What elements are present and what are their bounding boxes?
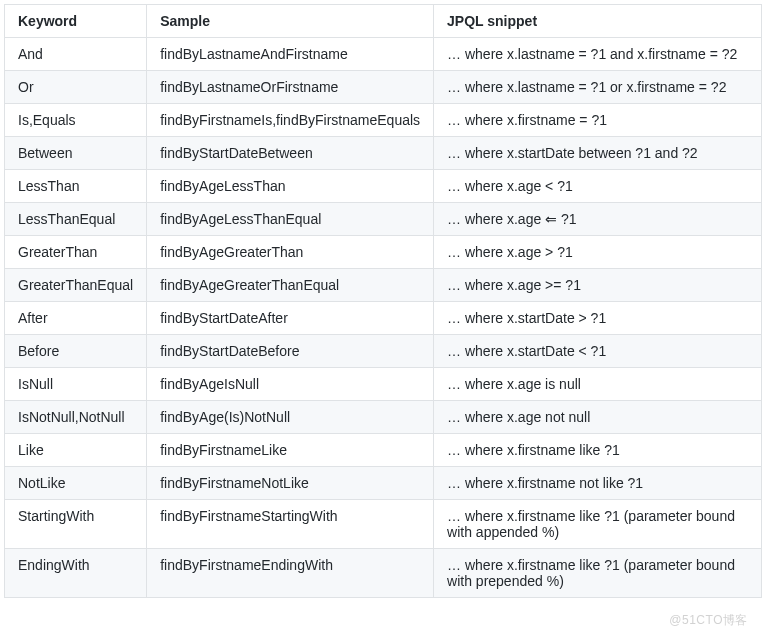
cell-sample: findByStartDateBefore [147,335,434,368]
cell-jpql: … where x.startDate < ?1 [434,335,762,368]
cell-keyword: GreaterThan [5,236,147,269]
table-header-row: Keyword Sample JPQL snippet [5,5,762,38]
header-keyword: Keyword [5,5,147,38]
table-row: GreaterThanEqual findByAgeGreaterThanEqu… [5,269,762,302]
cell-keyword: Or [5,71,147,104]
cell-jpql: … where x.lastname = ?1 or x.firstname =… [434,71,762,104]
cell-keyword: NotLike [5,467,147,500]
cell-jpql: … where x.firstname like ?1 [434,434,762,467]
cell-keyword: LessThanEqual [5,203,147,236]
cell-jpql: … where x.firstname like ?1 (parameter b… [434,500,762,549]
cell-keyword: IsNotNull,NotNull [5,401,147,434]
cell-sample: findByFirstnameNotLike [147,467,434,500]
cell-sample: findByLastnameOrFirstname [147,71,434,104]
cell-sample: findByFirstnameEndingWith [147,549,434,598]
cell-sample: findByStartDateBetween [147,137,434,170]
cell-jpql: … where x.age not null [434,401,762,434]
table-row: LessThan findByAgeLessThan … where x.age… [5,170,762,203]
cell-keyword: StartingWith [5,500,147,549]
table-row: Between findByStartDateBetween … where x… [5,137,762,170]
cell-keyword: Like [5,434,147,467]
table-row: And findByLastnameAndFirstname … where x… [5,38,762,71]
cell-jpql: … where x.firstname = ?1 [434,104,762,137]
table-row: Like findByFirstnameLike … where x.first… [5,434,762,467]
cell-keyword: EndingWith [5,549,147,598]
table-row: EndingWith findByFirstnameEndingWith … w… [5,549,762,598]
cell-keyword: IsNull [5,368,147,401]
cell-sample: findByFirstnameStartingWith [147,500,434,549]
header-sample: Sample [147,5,434,38]
cell-sample: findByStartDateAfter [147,302,434,335]
cell-keyword: GreaterThanEqual [5,269,147,302]
table-row: StartingWith findByFirstnameStartingWith… [5,500,762,549]
table-row: Is,Equals findByFirstnameIs,findByFirstn… [5,104,762,137]
cell-sample: findByAgeIsNull [147,368,434,401]
cell-sample: findByAge(Is)NotNull [147,401,434,434]
cell-keyword: After [5,302,147,335]
cell-jpql: … where x.age is null [434,368,762,401]
cell-sample: findByFirstnameLike [147,434,434,467]
cell-sample: findByAgeLessThan [147,170,434,203]
table-row: GreaterThan findByAgeGreaterThan … where… [5,236,762,269]
cell-jpql: … where x.firstname not like ?1 [434,467,762,500]
cell-jpql: … where x.age > ?1 [434,236,762,269]
cell-jpql: … where x.firstname like ?1 (parameter b… [434,549,762,598]
cell-keyword: Before [5,335,147,368]
table-row: IsNull findByAgeIsNull … where x.age is … [5,368,762,401]
jpql-keywords-table: Keyword Sample JPQL snippet And findByLa… [4,4,762,598]
cell-keyword: Between [5,137,147,170]
cell-sample: findByAgeGreaterThan [147,236,434,269]
cell-sample: findByLastnameAndFirstname [147,38,434,71]
cell-sample: findByAgeLessThanEqual [147,203,434,236]
table-row: Before findByStartDateBefore … where x.s… [5,335,762,368]
cell-keyword: LessThan [5,170,147,203]
header-jpql: JPQL snippet [434,5,762,38]
table-row: Or findByLastnameOrFirstname … where x.l… [5,71,762,104]
cell-jpql: … where x.age < ?1 [434,170,762,203]
cell-jpql: … where x.age ⇐ ?1 [434,203,762,236]
table-row: After findByStartDateAfter … where x.sta… [5,302,762,335]
cell-jpql: … where x.lastname = ?1 and x.firstname … [434,38,762,71]
cell-jpql: … where x.startDate > ?1 [434,302,762,335]
table-row: NotLike findByFirstnameNotLike … where x… [5,467,762,500]
cell-jpql: … where x.startDate between ?1 and ?2 [434,137,762,170]
cell-keyword: Is,Equals [5,104,147,137]
cell-jpql: … where x.age >= ?1 [434,269,762,302]
cell-keyword: And [5,38,147,71]
cell-sample: findByAgeGreaterThanEqual [147,269,434,302]
table-row: LessThanEqual findByAgeLessThanEqual … w… [5,203,762,236]
table-row: IsNotNull,NotNull findByAge(Is)NotNull …… [5,401,762,434]
cell-sample: findByFirstnameIs,findByFirstnameEquals [147,104,434,137]
